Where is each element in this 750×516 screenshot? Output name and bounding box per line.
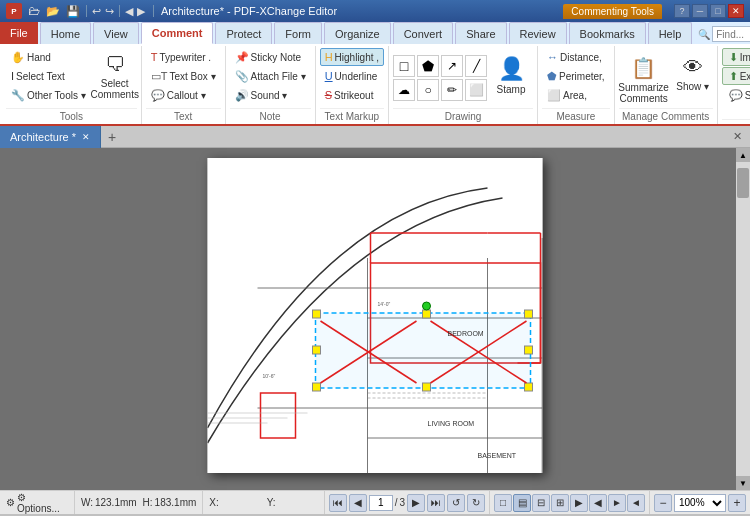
- distance-btn[interactable]: ↔ Distance,: [542, 48, 610, 66]
- continuous-btn[interactable]: ▤: [513, 494, 531, 512]
- highlight-btn[interactable]: H Highlight ,: [320, 48, 384, 66]
- nav-next-btn[interactable]: ▶: [407, 494, 425, 512]
- window-close[interactable]: ✕: [728, 4, 744, 18]
- view7-btn[interactable]: ◄: [627, 494, 645, 512]
- import-btn[interactable]: ⬇ Import: [722, 48, 750, 66]
- sound-btn[interactable]: 🔊 Sound ▾: [230, 86, 311, 104]
- qa-redo[interactable]: ↪: [104, 5, 115, 18]
- typewriter-btn[interactable]: T Typewriter .: [146, 48, 221, 66]
- strikeout-btn[interactable]: S Strikeout: [320, 86, 384, 104]
- scroll-down-btn[interactable]: ▼: [736, 476, 750, 490]
- cloud-tool-btn[interactable]: ☁: [393, 79, 415, 101]
- height-value: 183.1mm: [155, 497, 197, 508]
- qa-forward[interactable]: ▶: [136, 5, 146, 18]
- svg-rect-22: [313, 383, 321, 391]
- full-screen-btn[interactable]: ▶: [570, 494, 588, 512]
- tab-help[interactable]: Help: [648, 22, 693, 44]
- callout-btn[interactable]: 💬 Callout ▾: [146, 86, 221, 104]
- two-cont-btn[interactable]: ⊞: [551, 494, 569, 512]
- tab-file[interactable]: File: [0, 22, 38, 44]
- doc-tab-bar: Architecture * ✕ + ✕: [0, 126, 750, 148]
- options-btn[interactable]: ⚙ ⚙ Options...: [0, 491, 75, 514]
- tab-protect[interactable]: Protect: [215, 22, 272, 44]
- svg-rect-26: [525, 346, 533, 354]
- polygon-tool-btn[interactable]: ⬟: [417, 55, 439, 77]
- new-tab-btn[interactable]: +: [101, 126, 123, 148]
- select-text-btn[interactable]: I Select Text: [6, 67, 91, 85]
- arrow-tool-btn[interactable]: ↗: [441, 55, 463, 77]
- y-label: Y:: [267, 497, 276, 508]
- tab-convert[interactable]: Convert: [393, 22, 454, 44]
- show-comments-btn[interactable]: 💬 Show ▾: [722, 86, 750, 104]
- vertical-scrollbar[interactable]: ▲ ▼: [736, 148, 750, 490]
- page-number-input[interactable]: [369, 495, 393, 511]
- nav-first-btn[interactable]: ⏮: [329, 494, 347, 512]
- single-page-btn[interactable]: □: [494, 494, 512, 512]
- select-comments-btn[interactable]: 🗨 Select Comments: [93, 48, 137, 108]
- view5-btn[interactable]: ◀: [589, 494, 607, 512]
- tab-close-btn[interactable]: ✕: [728, 128, 746, 146]
- qa-save[interactable]: 💾: [64, 5, 82, 18]
- window-maximize[interactable]: □: [710, 4, 726, 18]
- summarize-icon: 📋: [631, 56, 656, 80]
- zoom-in-btn[interactable]: +: [728, 494, 746, 512]
- summarize-comments-btn[interactable]: 📋 Summarize Comments: [619, 51, 669, 105]
- typewriter-icon: T: [151, 51, 158, 63]
- doc-tab-architecture[interactable]: Architecture * ✕: [0, 126, 101, 148]
- width-label: W:: [81, 497, 93, 508]
- pencil-tool-btn[interactable]: ✏: [441, 79, 463, 101]
- qa-new[interactable]: 🗁: [26, 4, 42, 18]
- hand-tool-btn[interactable]: ✋ Hand: [6, 48, 91, 66]
- ribbon-tabs-row: File Home View Comment Protect Form Orga…: [0, 22, 750, 44]
- find-icon: 🔍: [698, 29, 710, 40]
- nav-last-btn[interactable]: ⏭: [427, 494, 445, 512]
- area-btn[interactable]: ⬜ Area,: [542, 86, 610, 104]
- stamp-btn[interactable]: 👤 Stamp: [489, 51, 533, 105]
- underline-btn[interactable]: U Underline: [320, 67, 384, 85]
- tab-form[interactable]: Form: [274, 22, 322, 44]
- tab-home[interactable]: Home: [40, 22, 91, 44]
- qa-undo[interactable]: ↩: [91, 5, 102, 18]
- scroll-up-btn[interactable]: ▲: [736, 148, 750, 162]
- other-tools-btn[interactable]: 🔧 Other Tools ▾: [6, 86, 91, 104]
- eraser-tool-btn[interactable]: ⬜: [465, 79, 487, 101]
- title-text: Architecture* - PDF-XChange Editor: [161, 5, 337, 17]
- pdf-page: BEDROOM LIVING ROOM BASEMENT 10'-6" 14'-…: [208, 158, 543, 473]
- window-help[interactable]: ?: [674, 4, 690, 18]
- tab-review[interactable]: Review: [509, 22, 567, 44]
- scroll-thumb[interactable]: [737, 168, 749, 198]
- ribbon-group-importexport: ⬇ Import ⬆ Export 💬 Show ▾ ⬜ Flatten: [718, 46, 750, 124]
- rotate-right-btn[interactable]: ↻: [467, 494, 485, 512]
- sticky-note-btn[interactable]: 📌 Sticky Note: [230, 48, 311, 66]
- zoom-select[interactable]: 100% 75% 50% 125% 150%: [674, 494, 726, 512]
- window-minimize[interactable]: ─: [692, 4, 708, 18]
- perimeter-btn[interactable]: ⬟ Perimeter,: [542, 67, 610, 85]
- textbox-btn[interactable]: ▭T Text Box ▾: [146, 67, 221, 85]
- options-gear-icon: ⚙: [6, 497, 15, 508]
- tab-view[interactable]: View: [93, 22, 139, 44]
- ellipse-tool-btn[interactable]: ○: [417, 79, 439, 101]
- svg-point-27: [423, 302, 431, 310]
- two-page-btn[interactable]: ⊟: [532, 494, 550, 512]
- line-tool-btn[interactable]: ╱: [465, 55, 487, 77]
- export-icon: ⬆: [729, 70, 738, 83]
- export-btn[interactable]: ⬆ Export: [722, 67, 750, 85]
- nav-prev-btn[interactable]: ◀: [349, 494, 367, 512]
- tab-organize[interactable]: Organize: [324, 22, 391, 44]
- zoom-out-btn[interactable]: −: [654, 494, 672, 512]
- doc-tab-close-btn[interactable]: ✕: [82, 132, 90, 142]
- rect-tool-btn[interactable]: □: [393, 55, 415, 77]
- tab-comment[interactable]: Comment: [141, 22, 214, 44]
- rotate-left-btn[interactable]: ↺: [447, 494, 465, 512]
- view6-btn[interactable]: ►: [608, 494, 626, 512]
- note-group-label: Note: [230, 108, 311, 124]
- tab-bookmarks[interactable]: Bookmarks: [569, 22, 646, 44]
- dimensions-seg: W: 123.1mm H: 183.1mm: [75, 491, 203, 514]
- show-btn[interactable]: 👁 Show ▾: [673, 51, 713, 105]
- attach-file-btn[interactable]: 📎 Attach File ▾: [230, 67, 311, 85]
- qa-open[interactable]: 📂: [44, 5, 62, 18]
- qa-back[interactable]: ◀: [124, 5, 134, 18]
- underline-icon: U: [325, 70, 333, 82]
- find-input[interactable]: [712, 26, 750, 42]
- tab-share[interactable]: Share: [455, 22, 506, 44]
